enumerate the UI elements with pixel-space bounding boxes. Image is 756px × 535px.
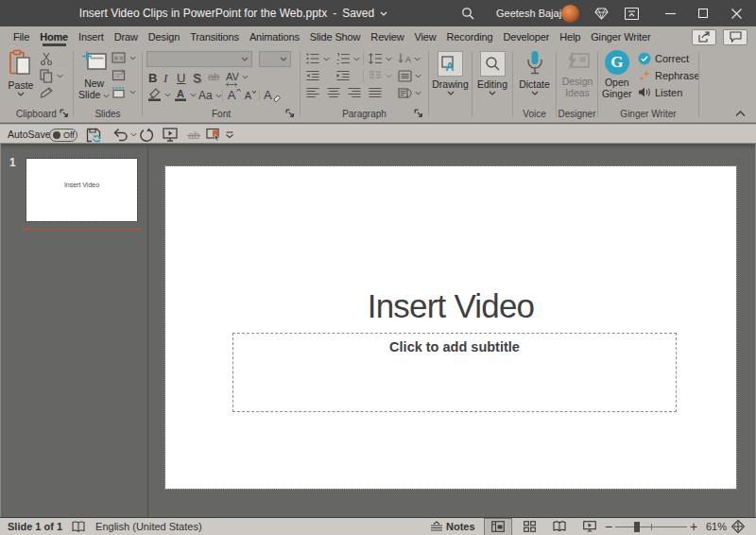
autosave-toggle[interactable]: Off	[49, 129, 77, 142]
tab-review[interactable]: Review	[366, 26, 409, 47]
cut-button[interactable]	[40, 52, 53, 65]
zoom-slider-thumb[interactable]	[634, 522, 640, 532]
save-button[interactable]	[86, 125, 101, 145]
increase-font-size-button[interactable]: A	[227, 87, 241, 100]
tab-developer[interactable]: Developer	[498, 26, 555, 47]
premium-gem-icon[interactable]	[593, 0, 609, 26]
ginger-rephrase-button[interactable]: Rephrase	[638, 69, 700, 82]
align-right-button[interactable]	[348, 87, 361, 98]
start-slideshow-button[interactable]	[163, 125, 178, 145]
avatar[interactable]	[560, 0, 579, 26]
tab-animations[interactable]: Animations	[244, 26, 304, 47]
tab-ginger-writer[interactable]: Ginger Writer	[586, 26, 656, 47]
add-remove-columns-button[interactable]	[369, 70, 392, 81]
slide-layout-button[interactable]	[112, 52, 136, 63]
subtitle-placeholder[interactable]: Click to add subtitle	[232, 333, 677, 412]
tab-insert[interactable]: Insert	[74, 26, 110, 47]
customize-qat-button[interactable]	[225, 125, 234, 145]
justify-button[interactable]	[369, 87, 382, 98]
change-case-button[interactable]: Aa	[198, 89, 222, 102]
open-ginger-button[interactable]: G OpenGinger	[602, 50, 632, 99]
notes-button[interactable]: Notes	[430, 521, 475, 532]
decrease-font-size-button[interactable]: A	[244, 89, 256, 100]
tab-slide-show[interactable]: Slide Show	[304, 26, 366, 47]
text-direction-button[interactable]: A	[398, 53, 421, 64]
comments-button[interactable]	[723, 29, 747, 45]
increase-indent-button[interactable]	[336, 70, 350, 81]
section-button[interactable]	[112, 86, 136, 98]
slide-thumbnail[interactable]: Insert Video	[26, 159, 137, 221]
view-slide-sorter-button[interactable]	[515, 518, 543, 535]
tab-recording[interactable]: Recording	[441, 26, 498, 47]
new-slide-button[interactable]: NewSlide	[78, 49, 110, 100]
search-icon[interactable]	[460, 0, 475, 26]
zoom-out-button[interactable]: −	[605, 519, 612, 534]
paste-button[interactable]: Paste	[8, 49, 34, 96]
text-shadow-button[interactable]: S	[193, 71, 201, 85]
language-status[interactable]: English (United States)	[95, 521, 202, 532]
slide-counter[interactable]: Slide 1 of 1	[8, 521, 62, 532]
tab-file[interactable]: File	[0, 26, 35, 47]
underline-button[interactable]: U	[177, 71, 185, 85]
strikethrough-button[interactable]: ab	[208, 71, 219, 82]
format-painter-button[interactable]	[40, 86, 54, 99]
zoom-level[interactable]: 61%	[706, 521, 727, 532]
qat-strikethrough-button[interactable]: ab	[186, 125, 201, 145]
close-button[interactable]	[720, 0, 752, 26]
clear-formatting-button[interactable]: A	[264, 88, 281, 102]
collapse-ribbon-icon[interactable]	[735, 111, 746, 116]
tab-design[interactable]: Design	[143, 26, 184, 47]
ginger-correct-button[interactable]: Correct	[638, 52, 689, 65]
decrease-indent-button[interactable]	[306, 70, 319, 81]
view-slideshow-button[interactable]	[576, 518, 604, 535]
font-color-button[interactable]: A	[174, 88, 197, 101]
slide[interactable]: Insert Video Click to add subtitle	[165, 166, 736, 489]
highlight-color-button[interactable]	[147, 88, 171, 101]
tab-transitions[interactable]: Transitions	[185, 26, 245, 47]
bold-button[interactable]: B	[148, 71, 157, 85]
bullets-button[interactable]	[306, 53, 330, 64]
view-normal-button[interactable]	[484, 518, 512, 535]
align-left-button[interactable]	[306, 87, 319, 98]
fit-slide-to-window-button[interactable]	[731, 520, 745, 533]
tab-view[interactable]: View	[409, 26, 441, 47]
undo-button[interactable]	[112, 125, 137, 145]
align-text-button[interactable]	[398, 70, 421, 82]
reset-slide-button[interactable]	[112, 69, 126, 81]
maximize-button[interactable]	[687, 0, 719, 26]
ribbon-display-options-icon[interactable]	[623, 0, 640, 26]
character-spacing-button[interactable]: AV	[226, 71, 249, 82]
tab-draw[interactable]: Draw	[109, 26, 143, 47]
minimize-button[interactable]	[654, 0, 686, 26]
copy-button[interactable]	[40, 69, 63, 83]
design-ideas-button[interactable]: DesignIdeas	[558, 51, 596, 98]
paragraph-dialog-launcher[interactable]	[414, 109, 423, 118]
font-dialog-launcher[interactable]	[285, 109, 295, 118]
touch-mouse-mode-button[interactable]	[206, 125, 222, 145]
accessibility-icon[interactable]	[72, 521, 85, 532]
drawing-button[interactable]: A Drawing	[429, 51, 472, 95]
share-button[interactable]	[692, 29, 716, 45]
tab-home[interactable]: Home	[35, 26, 74, 47]
tab-help[interactable]: Help	[555, 26, 586, 47]
font-name-combobox[interactable]	[146, 51, 252, 67]
clipboard-dialog-launcher[interactable]	[60, 109, 69, 118]
user-name[interactable]: Geetesh Bajaj	[496, 0, 561, 26]
font-size-combobox[interactable]	[259, 51, 291, 67]
slide-thumbnail-pane[interactable]: 1 Insert Video	[1, 144, 148, 517]
line-spacing-button[interactable]	[369, 53, 392, 64]
align-center-button[interactable]	[327, 87, 340, 98]
numbering-button[interactable]	[336, 53, 360, 64]
slide-title-text[interactable]: Insert Video	[165, 287, 736, 325]
convert-to-smartart-button[interactable]	[398, 87, 421, 99]
zoom-slider[interactable]	[615, 518, 687, 535]
ginger-listen-button[interactable]: Listen	[638, 86, 682, 98]
zoom-in-button[interactable]: +	[690, 519, 697, 534]
editing-button[interactable]: Editing	[472, 51, 512, 95]
italic-button[interactable]: I	[163, 71, 167, 86]
dictate-button[interactable]: Dictate	[513, 50, 556, 95]
view-reading-button[interactable]	[545, 518, 574, 535]
redo-button[interactable]	[139, 125, 154, 145]
slide-canvas[interactable]: Insert Video Click to add subtitle	[149, 144, 756, 517]
document-title-area[interactable]: Insert Video Clips in PowerPoint for the…	[0, 0, 467, 26]
